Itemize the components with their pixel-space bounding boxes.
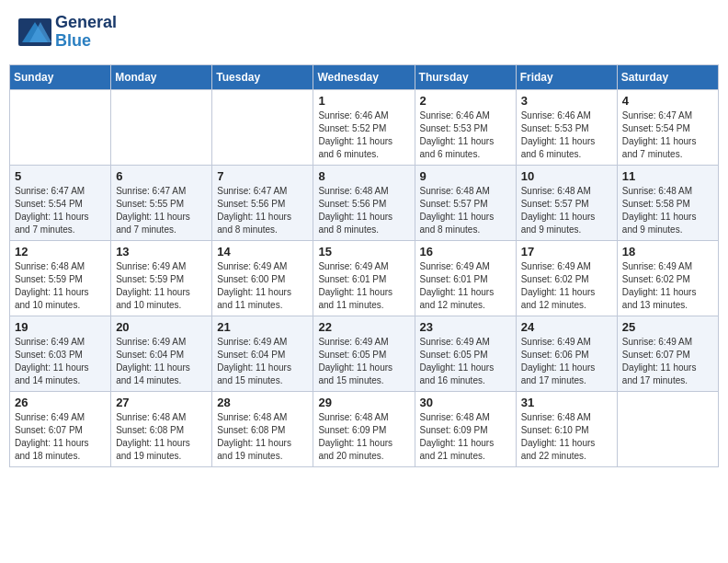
day-number: 18 bbox=[622, 245, 713, 259]
calendar-cell: 21Sunrise: 6:49 AMSunset: 6:04 PMDayligh… bbox=[212, 316, 313, 391]
calendar-cell: 18Sunrise: 6:49 AMSunset: 6:02 PMDayligh… bbox=[617, 240, 718, 316]
day-number: 28 bbox=[217, 396, 308, 409]
cell-details: Sunrise: 6:47 AMSunset: 5:55 PMDaylight:… bbox=[116, 185, 207, 236]
calendar-cell: 8Sunrise: 6:48 AMSunset: 5:56 PMDaylight… bbox=[313, 165, 415, 240]
calendar-cell: 3Sunrise: 6:46 AMSunset: 5:53 PMDaylight… bbox=[516, 89, 617, 165]
cell-details: Sunrise: 6:47 AMSunset: 5:54 PMDaylight:… bbox=[15, 185, 106, 236]
calendar-cell: 28Sunrise: 6:48 AMSunset: 6:08 PMDayligh… bbox=[212, 391, 313, 466]
calendar-cell bbox=[212, 89, 313, 165]
cell-details: Sunrise: 6:48 AMSunset: 6:08 PMDaylight:… bbox=[217, 411, 308, 463]
day-number: 17 bbox=[521, 245, 612, 259]
day-number: 15 bbox=[318, 245, 409, 259]
cell-details: Sunrise: 6:46 AMSunset: 5:52 PMDaylight:… bbox=[318, 109, 409, 161]
weekday-header-friday: Friday bbox=[516, 64, 617, 89]
calendar-cell: 13Sunrise: 6:49 AMSunset: 5:59 PMDayligh… bbox=[111, 240, 212, 316]
calendar-week-2: 5Sunrise: 6:47 AMSunset: 5:54 PMDaylight… bbox=[10, 165, 719, 240]
logo: General Blue bbox=[18, 14, 117, 51]
calendar-cell: 6Sunrise: 6:47 AMSunset: 5:55 PMDaylight… bbox=[111, 165, 212, 240]
day-number: 27 bbox=[116, 396, 207, 409]
logo-icon bbox=[18, 18, 51, 46]
calendar-week-5: 26Sunrise: 6:49 AMSunset: 6:07 PMDayligh… bbox=[10, 391, 719, 466]
calendar-cell: 15Sunrise: 6:49 AMSunset: 6:01 PMDayligh… bbox=[313, 240, 415, 316]
weekday-header-thursday: Thursday bbox=[415, 64, 516, 89]
calendar-cell bbox=[10, 89, 111, 165]
weekday-header-wednesday: Wednesday bbox=[313, 64, 415, 89]
calendar-cell: 22Sunrise: 6:49 AMSunset: 6:05 PMDayligh… bbox=[313, 316, 415, 391]
cell-details: Sunrise: 6:49 AMSunset: 6:01 PMDaylight:… bbox=[420, 260, 511, 312]
cell-details: Sunrise: 6:49 AMSunset: 6:00 PMDaylight:… bbox=[217, 260, 308, 312]
calendar-week-3: 12Sunrise: 6:48 AMSunset: 5:59 PMDayligh… bbox=[10, 240, 719, 316]
day-number: 31 bbox=[521, 396, 612, 409]
day-number: 13 bbox=[116, 245, 207, 259]
day-number: 16 bbox=[420, 245, 511, 259]
calendar-cell: 25Sunrise: 6:49 AMSunset: 6:07 PMDayligh… bbox=[617, 316, 718, 391]
day-number: 6 bbox=[116, 169, 207, 183]
calendar-week-4: 19Sunrise: 6:49 AMSunset: 6:03 PMDayligh… bbox=[10, 316, 719, 391]
day-number: 23 bbox=[420, 320, 511, 334]
page-header: General Blue bbox=[9, 9, 719, 55]
weekday-header-sunday: Sunday bbox=[10, 64, 111, 89]
calendar-cell: 30Sunrise: 6:48 AMSunset: 6:09 PMDayligh… bbox=[415, 391, 516, 466]
calendar-cell: 24Sunrise: 6:49 AMSunset: 6:06 PMDayligh… bbox=[516, 316, 617, 391]
calendar-cell: 14Sunrise: 6:49 AMSunset: 6:00 PMDayligh… bbox=[212, 240, 313, 316]
calendar-cell: 7Sunrise: 6:47 AMSunset: 5:56 PMDaylight… bbox=[212, 165, 313, 240]
cell-details: Sunrise: 6:49 AMSunset: 6:05 PMDaylight:… bbox=[420, 336, 511, 387]
day-number: 9 bbox=[420, 169, 511, 183]
cell-details: Sunrise: 6:48 AMSunset: 5:56 PMDaylight:… bbox=[318, 185, 409, 236]
day-number: 29 bbox=[318, 396, 409, 409]
cell-details: Sunrise: 6:46 AMSunset: 5:53 PMDaylight:… bbox=[521, 109, 612, 161]
day-number: 19 bbox=[15, 320, 106, 334]
weekday-header-monday: Monday bbox=[111, 64, 212, 89]
weekday-header-row: SundayMondayTuesdayWednesdayThursdayFrid… bbox=[10, 64, 719, 89]
calendar-cell: 23Sunrise: 6:49 AMSunset: 6:05 PMDayligh… bbox=[415, 316, 516, 391]
cell-details: Sunrise: 6:47 AMSunset: 5:56 PMDaylight:… bbox=[217, 185, 308, 236]
calendar-cell: 29Sunrise: 6:48 AMSunset: 6:09 PMDayligh… bbox=[313, 391, 415, 466]
cell-details: Sunrise: 6:46 AMSunset: 5:53 PMDaylight:… bbox=[420, 109, 511, 161]
day-number: 21 bbox=[217, 320, 308, 334]
day-number: 24 bbox=[521, 320, 612, 334]
cell-details: Sunrise: 6:49 AMSunset: 6:04 PMDaylight:… bbox=[116, 336, 207, 387]
cell-details: Sunrise: 6:49 AMSunset: 6:05 PMDaylight:… bbox=[318, 336, 409, 387]
cell-details: Sunrise: 6:48 AMSunset: 6:10 PMDaylight:… bbox=[521, 411, 612, 463]
cell-details: Sunrise: 6:48 AMSunset: 5:57 PMDaylight:… bbox=[521, 185, 612, 236]
weekday-header-saturday: Saturday bbox=[617, 64, 718, 89]
calendar-cell bbox=[111, 89, 212, 165]
calendar-cell: 5Sunrise: 6:47 AMSunset: 5:54 PMDaylight… bbox=[10, 165, 111, 240]
calendar-cell: 20Sunrise: 6:49 AMSunset: 6:04 PMDayligh… bbox=[111, 316, 212, 391]
calendar-week-1: 1Sunrise: 6:46 AMSunset: 5:52 PMDaylight… bbox=[10, 89, 719, 165]
calendar-cell: 4Sunrise: 6:47 AMSunset: 5:54 PMDaylight… bbox=[617, 89, 718, 165]
day-number: 10 bbox=[521, 169, 612, 183]
calendar-cell: 1Sunrise: 6:46 AMSunset: 5:52 PMDaylight… bbox=[313, 89, 415, 165]
calendar-cell: 17Sunrise: 6:49 AMSunset: 6:02 PMDayligh… bbox=[516, 240, 617, 316]
cell-details: Sunrise: 6:49 AMSunset: 5:59 PMDaylight:… bbox=[116, 260, 207, 312]
calendar-table: SundayMondayTuesdayWednesdayThursdayFrid… bbox=[9, 64, 719, 467]
calendar-cell bbox=[617, 391, 718, 466]
calendar-cell: 19Sunrise: 6:49 AMSunset: 6:03 PMDayligh… bbox=[10, 316, 111, 391]
calendar-cell: 31Sunrise: 6:48 AMSunset: 6:10 PMDayligh… bbox=[516, 391, 617, 466]
day-number: 5 bbox=[15, 169, 106, 183]
calendar-cell: 16Sunrise: 6:49 AMSunset: 6:01 PMDayligh… bbox=[415, 240, 516, 316]
calendar-cell: 27Sunrise: 6:48 AMSunset: 6:08 PMDayligh… bbox=[111, 391, 212, 466]
cell-details: Sunrise: 6:47 AMSunset: 5:54 PMDaylight:… bbox=[622, 109, 713, 161]
calendar-cell: 12Sunrise: 6:48 AMSunset: 5:59 PMDayligh… bbox=[10, 240, 111, 316]
day-number: 1 bbox=[318, 94, 409, 108]
day-number: 25 bbox=[622, 320, 713, 334]
day-number: 12 bbox=[15, 245, 106, 259]
cell-details: Sunrise: 6:49 AMSunset: 6:07 PMDaylight:… bbox=[15, 411, 106, 463]
cell-details: Sunrise: 6:49 AMSunset: 6:04 PMDaylight:… bbox=[217, 336, 308, 387]
logo-text: General Blue bbox=[55, 14, 117, 51]
cell-details: Sunrise: 6:48 AMSunset: 5:57 PMDaylight:… bbox=[420, 185, 511, 236]
cell-details: Sunrise: 6:48 AMSunset: 6:09 PMDaylight:… bbox=[318, 411, 409, 463]
day-number: 22 bbox=[318, 320, 409, 334]
cell-details: Sunrise: 6:48 AMSunset: 6:08 PMDaylight:… bbox=[116, 411, 207, 463]
cell-details: Sunrise: 6:49 AMSunset: 6:07 PMDaylight:… bbox=[622, 336, 713, 387]
calendar-cell: 26Sunrise: 6:49 AMSunset: 6:07 PMDayligh… bbox=[10, 391, 111, 466]
day-number: 14 bbox=[217, 245, 308, 259]
cell-details: Sunrise: 6:48 AMSunset: 5:59 PMDaylight:… bbox=[15, 260, 106, 312]
cell-details: Sunrise: 6:49 AMSunset: 6:02 PMDaylight:… bbox=[521, 260, 612, 312]
calendar-cell: 10Sunrise: 6:48 AMSunset: 5:57 PMDayligh… bbox=[516, 165, 617, 240]
cell-details: Sunrise: 6:49 AMSunset: 6:02 PMDaylight:… bbox=[622, 260, 713, 312]
day-number: 20 bbox=[116, 320, 207, 334]
day-number: 4 bbox=[622, 94, 713, 108]
day-number: 30 bbox=[420, 396, 511, 409]
